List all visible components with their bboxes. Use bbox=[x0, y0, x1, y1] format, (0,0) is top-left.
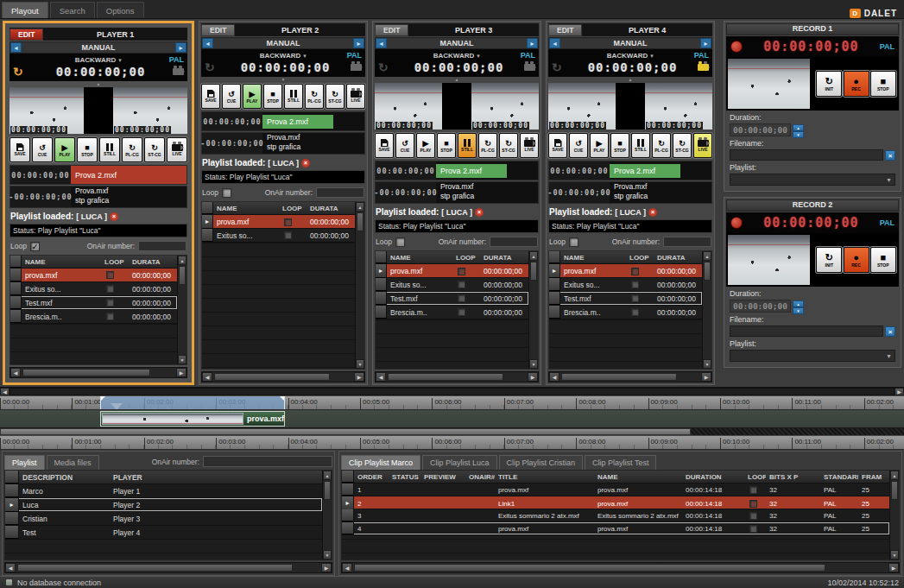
scroll-track[interactable] bbox=[356, 212, 364, 359]
scroll-right-icon[interactable]: ▶ bbox=[176, 368, 186, 377]
playlist-dropdown[interactable]: ▼ bbox=[730, 350, 895, 362]
prev-arrow-icon[interactable]: ◂ bbox=[376, 38, 387, 48]
scroll-left-icon[interactable]: ◀ bbox=[10, 368, 21, 377]
timeline-ruler-bottom[interactable]: 00:00:0000:01:0000:02:0000:03:0000:04:00… bbox=[0, 435, 904, 450]
cue-button[interactable]: ↺CUE bbox=[395, 133, 414, 158]
clip-playlist-row[interactable]: 3Exitus sommario 2 atx.mxfExitus sommari… bbox=[342, 509, 889, 522]
playlist-row[interactable]: Test.mxf00:00:00;00 bbox=[549, 292, 702, 306]
stop-button[interactable]: ■STOP bbox=[263, 84, 282, 109]
next-arrow-icon[interactable]: ▸ bbox=[700, 38, 711, 48]
row-loop-checkbox[interactable] bbox=[284, 231, 292, 239]
collapse-toggle-icon[interactable]: ▲ bbox=[375, 77, 539, 82]
playlist-list-row[interactable]: MarcoPlayer 1 bbox=[5, 484, 322, 498]
still-button[interactable]: STILL bbox=[99, 137, 120, 162]
onair-number-input[interactable] bbox=[138, 241, 186, 251]
scroll-thumb[interactable] bbox=[179, 266, 186, 285]
playlist-row[interactable]: Test.mxf00:00:00;00 bbox=[376, 292, 528, 306]
spin-down-icon[interactable]: ▾ bbox=[793, 307, 804, 314]
playlist-row[interactable]: Exitus so...00:00:00;00 bbox=[549, 278, 702, 292]
horizontal-scrollbar[interactable]: ◀▶ bbox=[375, 371, 539, 383]
scroll-track[interactable] bbox=[559, 372, 701, 382]
st-cg-button[interactable]: ↻ST-CG bbox=[326, 84, 345, 109]
edit-button[interactable]: EDIT bbox=[375, 24, 408, 36]
prev-arrow-icon[interactable]: ◂ bbox=[10, 42, 22, 53]
scroll-thumb[interactable] bbox=[530, 262, 537, 281]
tab-clip-playlist-marco[interactable]: Clip Playlist Marco bbox=[341, 455, 420, 470]
scroll-left-icon[interactable]: ◀ bbox=[5, 563, 16, 572]
scroll-down-icon[interactable]: ▼ bbox=[890, 550, 899, 560]
st-cg-button[interactable]: ↻ST-CG bbox=[144, 137, 165, 162]
rec-button[interactable]: ●REC bbox=[844, 71, 869, 97]
playlist-row[interactable]: ▸prova.mxf00:00:00;00 bbox=[549, 264, 702, 278]
row-loop-checkbox[interactable] bbox=[458, 308, 465, 316]
playlist-row[interactable]: Test.mxf00:00:00;00 bbox=[10, 296, 177, 310]
st-cg-button[interactable]: ↻ST-CG bbox=[673, 133, 692, 158]
horizontal-scrollbar[interactable]: ◀▶ bbox=[548, 371, 712, 383]
playlist-row[interactable]: Exitus so...00:00:00;00 bbox=[202, 229, 355, 243]
loaded-clip-cell[interactable]: Prova.mxfstp grafica bbox=[71, 187, 186, 207]
direction-dropdown[interactable]: BACKWARD ▼ bbox=[28, 56, 169, 64]
scroll-right-icon[interactable]: ▶ bbox=[354, 372, 364, 382]
clear-filename-icon[interactable]: × bbox=[885, 150, 895, 161]
timeline-clip[interactable]: prova.mxf bbox=[100, 411, 285, 427]
scroll-thumb[interactable] bbox=[324, 481, 331, 500]
init-button[interactable]: ↻INIT bbox=[816, 247, 842, 273]
save-button[interactable]: SAVE bbox=[375, 133, 394, 158]
scroll-track[interactable] bbox=[178, 265, 186, 355]
scroll-right-icon[interactable]: ▶ bbox=[528, 372, 538, 382]
onair-number-input[interactable] bbox=[203, 456, 332, 467]
scroll-track[interactable] bbox=[890, 480, 899, 550]
timeline-ruler-top[interactable]: 00:00:0000:01:0000:02:0000:03:0000:04:00… bbox=[0, 395, 904, 410]
scroll-right-icon[interactable]: ▶ bbox=[701, 372, 711, 382]
playlist-row[interactable]: Brescia.m..00:00:00;00 bbox=[549, 306, 702, 319]
play-button[interactable]: ▶PLAY bbox=[416, 133, 435, 158]
scroll-down-icon[interactable]: ▼ bbox=[529, 359, 538, 369]
scroll-left-icon[interactable]: ◀ bbox=[0, 388, 9, 395]
live-button[interactable]: LIVE bbox=[346, 84, 365, 109]
still-button[interactable]: STILL bbox=[284, 84, 303, 109]
playlist-list-row[interactable]: CristianPlayer 3 bbox=[5, 512, 322, 526]
tab-search[interactable]: Search bbox=[50, 2, 95, 18]
duration-spinner[interactable]: ▴▾ bbox=[793, 124, 804, 136]
tab-options[interactable]: Options bbox=[97, 2, 144, 18]
tab-playlist[interactable]: Playlist bbox=[4, 455, 45, 470]
onair-number-input[interactable] bbox=[316, 187, 364, 198]
playlist-list-row[interactable]: TestPlayer 4 bbox=[5, 526, 322, 540]
prev-arrow-icon[interactable]: ◂ bbox=[549, 38, 560, 48]
row-loop-checkbox[interactable] bbox=[458, 268, 465, 275]
still-button[interactable]: STILL bbox=[631, 133, 650, 158]
loop-checkbox[interactable]: ✓ bbox=[30, 242, 40, 251]
tab-clip-playlist-test[interactable]: Clip Playlist Test bbox=[585, 455, 656, 470]
playlist-row[interactable]: ▸prova.mxf00:00:00;00 bbox=[202, 215, 355, 229]
scroll-thumb[interactable] bbox=[354, 564, 825, 572]
scroll-down-icon[interactable]: ▼ bbox=[178, 355, 186, 364]
next-arrow-icon[interactable]: ▸ bbox=[527, 38, 538, 48]
tab-playout[interactable]: Playout bbox=[2, 2, 48, 18]
scroll-up-icon[interactable]: ▲ bbox=[529, 251, 538, 261]
save-button[interactable]: SAVE bbox=[201, 84, 220, 109]
scroll-thumb[interactable] bbox=[17, 564, 293, 572]
row-loop-checkbox[interactable] bbox=[749, 525, 757, 533]
scroll-track[interactable] bbox=[212, 372, 354, 382]
row-loop-checkbox[interactable] bbox=[106, 285, 114, 293]
playlist-row[interactable]: prova.mxf00:00:00;00 bbox=[10, 269, 177, 282]
cue-button[interactable]: ↺CUE bbox=[32, 137, 53, 162]
scroll-track[interactable] bbox=[323, 480, 332, 550]
scroll-right-icon[interactable]: ▶ bbox=[888, 563, 899, 572]
scroll-thumb[interactable] bbox=[891, 481, 898, 500]
live-button[interactable]: LIVE bbox=[693, 133, 712, 158]
tab-clip-playlist-cristian[interactable]: Clip Playlist Cristian bbox=[499, 455, 584, 470]
playlist-row[interactable]: Brescia.m..00:00:00;00 bbox=[10, 310, 177, 324]
row-loop-checkbox[interactable] bbox=[631, 308, 639, 316]
edit-button[interactable]: EDIT bbox=[201, 24, 235, 36]
playlist-dropdown[interactable]: ▼ bbox=[730, 174, 895, 186]
scroll-right-icon[interactable]: ▶ bbox=[895, 388, 904, 395]
filename-input[interactable] bbox=[730, 326, 883, 337]
scroll-track[interactable] bbox=[386, 372, 528, 382]
row-loop-checkbox[interactable] bbox=[458, 294, 465, 302]
vertical-scrollbar[interactable]: ▲▼ bbox=[528, 251, 538, 369]
onair-number-input[interactable] bbox=[490, 237, 538, 247]
loop-mode-icon[interactable]: ↻ bbox=[552, 61, 567, 73]
vertical-scrollbar[interactable]: ▲▼ bbox=[889, 471, 899, 560]
playlist-list-row[interactable]: ▸LucaPlayer 2 bbox=[5, 498, 322, 512]
